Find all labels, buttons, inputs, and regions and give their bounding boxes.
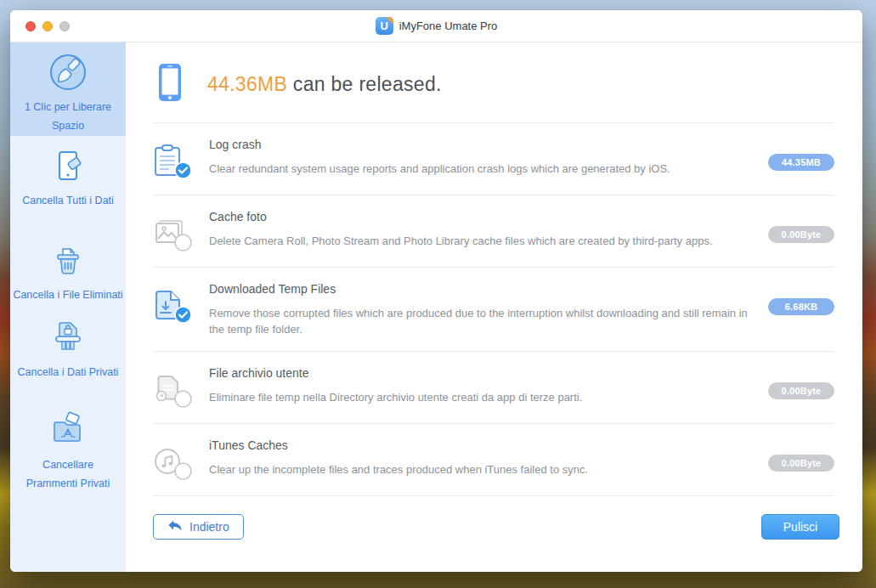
divider [153, 495, 834, 496]
row-title: Log crash [209, 138, 748, 151]
phone-icon [158, 63, 182, 105]
sidebar-item-one-click-free-space[interactable]: 1 Clic per Liberare Spazio [10, 42, 126, 136]
unchecked-icon [174, 390, 192, 411]
cleaning-brush-icon [48, 53, 88, 92]
row-description: Clear redundant system usage reports and… [209, 161, 748, 177]
minimize-button[interactable] [42, 21, 53, 31]
size-badge: 0.00Byte [768, 226, 834, 243]
size-badge: 0.00Byte [768, 382, 834, 399]
size-badge: 44.35MB [768, 154, 834, 171]
close-button[interactable] [25, 21, 36, 31]
fullscreen-button[interactable] [59, 21, 70, 31]
row-description: Clear up the incomplete files and traces… [209, 461, 748, 478]
sidebar-item-label: Cancellare Prammenti Privati [20, 455, 116, 493]
size-badge: 0.00Byte [768, 455, 834, 472]
main-panel: 44.36MB can be released. [126, 42, 862, 572]
window-title-area: U iMyFone Umate Pro [376, 17, 498, 35]
row-title: Downloaded Temp Files [209, 282, 748, 296]
row-title: File archivio utente [209, 366, 748, 380]
row-user-archive-files: File archivio utente Eliminare file temp… [153, 352, 834, 423]
back-arrow-icon [167, 520, 183, 534]
row-description: Eliminare file temp nella Directory arch… [209, 389, 748, 405]
back-button[interactable]: Indietro [153, 514, 244, 540]
release-message: can be released. [293, 73, 442, 95]
sidebar-item-label: Cancella i File Eliminati [12, 286, 123, 304]
erase-phone-icon [49, 146, 87, 185]
sidebar-item-label: Cancella Tutti i Dati [21, 191, 115, 210]
app-window: U iMyFone Umate Pro 1 Clic per Liberare … [10, 10, 862, 572]
sidebar: 1 Clic per Liberare Spazio Cancella Tutt… [10, 42, 126, 572]
row-itunes-caches: iTunes Caches Clear up the incomplete fi… [153, 424, 834, 495]
app-fragments-folder-icon [49, 410, 87, 449]
unchecked-icon [174, 234, 192, 255]
row-description: Delete Camera Roll, Photo Stream and Pho… [209, 233, 748, 249]
photo-cache-icon[interactable] [153, 216, 190, 253]
row-log-crash: Log crash Clear redundant system usage r… [153, 123, 834, 195]
sidebar-item-erase-private-data[interactable]: Cancella i Dati Privati [10, 304, 126, 382]
sidebar-item-erase-deleted-files[interactable]: Cancella i File Eliminati [10, 210, 126, 304]
sidebar-item-erase-all-data[interactable]: Cancella Tutti i Dati [10, 136, 126, 210]
app-logo-icon: U [376, 17, 393, 35]
row-downloaded-temp-files: Downloaded Temp Files Remove those corru… [153, 268, 834, 351]
user-archive-file-icon[interactable] [153, 372, 190, 410]
sidebar-item-erase-private-fragments[interactable]: Cancellare Prammenti Privati [10, 382, 126, 493]
back-button-label: Indietro [189, 520, 229, 534]
clean-button[interactable]: Pulisci [761, 514, 839, 540]
window-title: iMyFone Umate Pro [399, 20, 498, 32]
row-title: iTunes Caches [209, 438, 748, 452]
download-file-icon[interactable] [153, 288, 190, 325]
check-icon [174, 161, 192, 183]
scan-result-header: 44.36MB can be released. [153, 42, 834, 122]
titlebar: U iMyFone Umate Pro [10, 10, 862, 42]
check-icon [174, 306, 192, 327]
release-size: 44.36MB [207, 73, 287, 95]
size-badge: 6.68KB [768, 298, 834, 315]
footer-actions: Indietro Pulisci [153, 514, 834, 572]
shred-private-data-icon [49, 318, 87, 357]
release-summary: 44.36MB can be released. [207, 73, 442, 96]
row-description: Remove those corrupted files which are p… [209, 305, 748, 337]
unchecked-icon [174, 462, 192, 483]
sidebar-item-label: Cancella i Dati Privati [17, 363, 120, 382]
sidebar-item-label: 1 Clic per Liberare Spazio [10, 98, 126, 135]
itunes-cache-icon[interactable] [153, 444, 190, 482]
row-title: Cache foto [209, 210, 748, 223]
crash-log-clipboard-icon[interactable] [153, 144, 190, 181]
row-photo-cache: Cache foto Delete Camera Roll, Photo Str… [153, 195, 834, 267]
trash-file-icon [49, 240, 87, 280]
traffic-lights [25, 21, 70, 31]
